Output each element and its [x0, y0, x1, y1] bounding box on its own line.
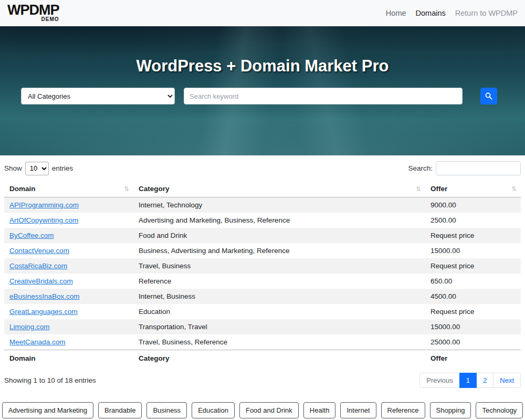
offer-cell: 25000.00	[425, 334, 521, 350]
pagination-page-1-button[interactable]: 1	[459, 373, 477, 388]
category-cell: Education	[133, 304, 425, 319]
table-row: eBusinessInaBox.com Internet, Business 4…	[4, 289, 521, 304]
domain-link[interactable]: ArtOfCopywriting.com	[9, 216, 78, 224]
table-row: APIProgramming.com Internet, Technology …	[4, 197, 521, 213]
category-button[interactable]: Health	[303, 402, 336, 418]
table-search-input[interactable]	[436, 161, 521, 175]
page-length-control: Show 10 entries	[4, 162, 73, 175]
domain-link[interactable]: eBusinessInaBox.com	[9, 292, 80, 300]
navbar-links: Home Domains Return to WPDMP	[386, 9, 518, 17]
category-button[interactable]: Brandable	[98, 402, 142, 418]
column-header-offer-label: Offer	[430, 185, 447, 193]
domain-cell: MeetCanada.com	[4, 334, 133, 350]
footer-column-offer: Offer	[425, 350, 521, 367]
column-header-offer[interactable]: Offer ⇅	[425, 181, 521, 197]
search-button[interactable]	[480, 88, 497, 104]
category-button[interactable]: Advertising and Marketing	[2, 402, 93, 418]
domain-link[interactable]: APIProgramming.com	[9, 201, 79, 209]
offer-cell: 15000.00	[425, 319, 521, 334]
category-cell: Advertising and Marketing, Business, Ref…	[133, 213, 425, 228]
offer-cell: Request price	[425, 258, 521, 274]
domains-table: Domain ⇅ Category ⇅ Offer ⇅ APIProgrammi…	[4, 181, 521, 366]
brand-text: WPDMP	[7, 4, 59, 16]
table-body: APIProgramming.com Internet, Technology …	[4, 197, 521, 350]
table-row: ArtOfCopywriting.com Advertising and Mar…	[4, 213, 521, 228]
domain-link[interactable]: ByCoffee.com	[9, 232, 54, 239]
page-title: WordPress + Domain Market Pro	[0, 57, 525, 76]
footer-column-category: Category	[133, 350, 425, 367]
category-cell: Travel, Business	[133, 258, 425, 274]
column-header-category-label: Category	[139, 185, 170, 193]
table-header: Domain ⇅ Category ⇅ Offer ⇅	[4, 181, 521, 197]
entries-label: entries	[52, 164, 74, 172]
entries-info-text: Showing 1 to 10 of 18 entries	[4, 376, 96, 384]
pagination-next-button[interactable]: Next	[493, 373, 521, 388]
table-row: GreatLanguages.com Education Request pri…	[4, 304, 521, 319]
column-header-domain-label: Domain	[9, 185, 36, 193]
pagination-page-2-button[interactable]: 2	[476, 373, 494, 388]
nav-link-return-to-wpdmp[interactable]: Return to WPDMP	[455, 9, 518, 17]
category-cell: Business, Advertising and Marketing, Ref…	[133, 243, 425, 258]
category-filter-select[interactable]: All Categories	[21, 88, 175, 104]
domain-link[interactable]: CostaRicaBiz.com	[9, 262, 67, 270]
table-footer-header: Domain Category Offer	[4, 350, 521, 367]
offer-cell: 2500.00	[425, 213, 521, 228]
brand-logo[interactable]: WPDMP DEMO	[7, 4, 59, 22]
offer-cell: 15000.00	[425, 243, 521, 258]
show-label: Show	[4, 164, 22, 172]
table-row: ByCoffee.com Food and Drink Request pric…	[4, 228, 521, 243]
datatable-controls: Show 10 entries Search:	[4, 161, 521, 175]
domain-cell: CreativeBridals.com	[4, 274, 133, 289]
domain-link[interactable]: CreativeBridals.com	[9, 277, 73, 285]
category-button[interactable]: Business	[146, 402, 187, 418]
hero-banner: WordPress + Domain Market Pro All Catego…	[0, 26, 525, 155]
column-header-category[interactable]: Category ⇅	[133, 181, 425, 197]
offer-cell: 9000.00	[425, 197, 521, 213]
sort-icon[interactable]: ⇅	[511, 185, 517, 193]
table-row: Limoing.com Transportation, Travel 15000…	[4, 319, 521, 334]
brand-demo-text: DEMO	[41, 17, 59, 22]
domain-link[interactable]: GreatLanguages.com	[9, 308, 78, 316]
domain-cell: eBusinessInaBox.com	[4, 289, 133, 304]
domain-link[interactable]: Limoing.com	[9, 323, 50, 331]
category-cell: Travel, Business, Reference	[133, 334, 425, 350]
top-navbar: WPDMP DEMO Home Domains Return to WPDMP	[0, 0, 525, 26]
domain-link[interactable]: ContactVenue.com	[9, 247, 69, 255]
footer-column-domain: Domain	[4, 350, 133, 367]
category-button[interactable]: Internet	[340, 402, 376, 418]
category-cell: Internet, Business	[133, 289, 425, 304]
table-row: ContactVenue.com Business, Advertising a…	[4, 243, 521, 258]
domain-cell: ArtOfCopywriting.com	[4, 213, 133, 228]
table-search-control: Search:	[408, 161, 521, 175]
hero-search-bar: All Categories	[0, 88, 525, 104]
pagination-previous-button[interactable]: Previous	[419, 373, 460, 388]
datatable-footer: Showing 1 to 10 of 18 entries Previous 1…	[4, 373, 521, 388]
keyword-search-input[interactable]	[184, 88, 463, 104]
domain-cell: ByCoffee.com	[4, 228, 133, 243]
table-row: CostaRicaBiz.com Travel, Business Reques…	[4, 258, 521, 274]
category-button[interactable]: Reference	[381, 402, 425, 418]
search-icon	[485, 92, 492, 100]
category-button[interactable]: Education	[192, 402, 235, 418]
domain-link[interactable]: MeetCanada.com	[9, 338, 66, 346]
sort-icon[interactable]: ⇅	[416, 185, 421, 193]
sort-icon[interactable]: ⇅	[124, 185, 129, 193]
pagination: Previous 1 2 Next	[419, 373, 521, 388]
column-header-domain[interactable]: Domain ⇅	[4, 181, 133, 197]
category-button[interactable]: Shopping	[430, 402, 471, 418]
domain-cell: CostaRicaBiz.com	[4, 258, 133, 274]
offer-cell: Request price	[425, 228, 521, 243]
category-button[interactable]: Food and Drink	[239, 402, 299, 418]
nav-link-domains[interactable]: Domains	[416, 9, 446, 17]
table-search-label: Search:	[408, 164, 433, 172]
domain-cell: ContactVenue.com	[4, 243, 133, 258]
category-filter-buttons: Advertising and Marketing Brandable Busi…	[4, 402, 521, 418]
category-button[interactable]: Technology	[476, 402, 523, 418]
domain-cell: GreatLanguages.com	[4, 304, 133, 319]
table-row: MeetCanada.com Travel, Business, Referen…	[4, 334, 521, 350]
domain-cell: Limoing.com	[4, 319, 133, 334]
offer-cell: 4500.00	[425, 289, 521, 304]
category-cell: Internet, Technology	[133, 197, 425, 213]
nav-link-home[interactable]: Home	[386, 9, 406, 17]
page-length-select[interactable]: 10	[25, 162, 49, 175]
